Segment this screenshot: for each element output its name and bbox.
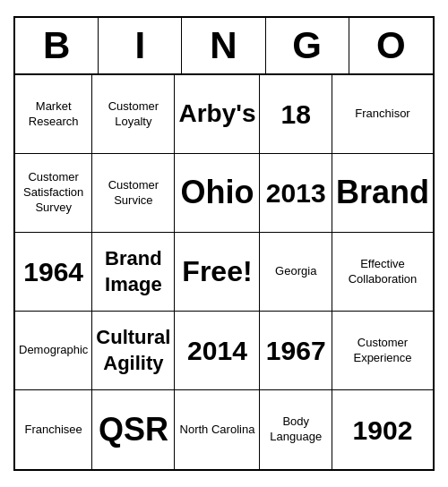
bingo-letter-n: N — [182, 18, 265, 73]
bingo-letter-o: O — [349, 18, 433, 73]
bingo-cell-24: 1902 — [332, 390, 433, 469]
bingo-cell-5: Customer Satisfaction Survey — [15, 154, 92, 233]
bingo-cell-4: Franchisor — [332, 75, 433, 154]
bingo-cell-6: Customer Survice — [92, 154, 175, 233]
bingo-cell-7: Ohio — [175, 154, 260, 233]
bingo-cell-2: Arby's — [175, 75, 260, 154]
bingo-letter-b: B — [15, 18, 99, 73]
bingo-grid: Market ResearchCustomer LoyaltyArby's18F… — [15, 75, 433, 469]
bingo-cell-9: Brand — [332, 154, 433, 233]
bingo-cell-21: QSR — [92, 390, 175, 469]
bingo-cell-18: 1967 — [260, 312, 332, 390]
bingo-letter-i: I — [99, 18, 182, 73]
bingo-cell-15: Demographic — [15, 312, 92, 390]
bingo-header: BINGO — [15, 18, 433, 75]
bingo-cell-10: 1964 — [15, 233, 92, 312]
bingo-cell-1: Customer Loyalty — [92, 75, 175, 154]
bingo-card: BINGO Market ResearchCustomer LoyaltyArb… — [13, 16, 435, 471]
bingo-cell-12: Free! — [175, 233, 260, 312]
bingo-cell-16: Cultural Agility — [92, 312, 175, 390]
bingo-letter-g: G — [266, 18, 349, 73]
bingo-cell-11: Brand Image — [92, 233, 175, 312]
bingo-cell-8: 2013 — [260, 154, 332, 233]
bingo-cell-19: Customer Experience — [332, 312, 433, 390]
bingo-cell-22: North Carolina — [175, 390, 260, 469]
bingo-cell-13: Georgia — [260, 233, 332, 312]
bingo-cell-20: Franchisee — [15, 390, 92, 469]
bingo-cell-3: 18 — [260, 75, 332, 154]
bingo-cell-23: Body Language — [260, 390, 332, 469]
bingo-cell-14: Effective Collaboration — [332, 233, 433, 312]
bingo-cell-17: 2014 — [175, 312, 260, 390]
bingo-cell-0: Market Research — [15, 75, 92, 154]
